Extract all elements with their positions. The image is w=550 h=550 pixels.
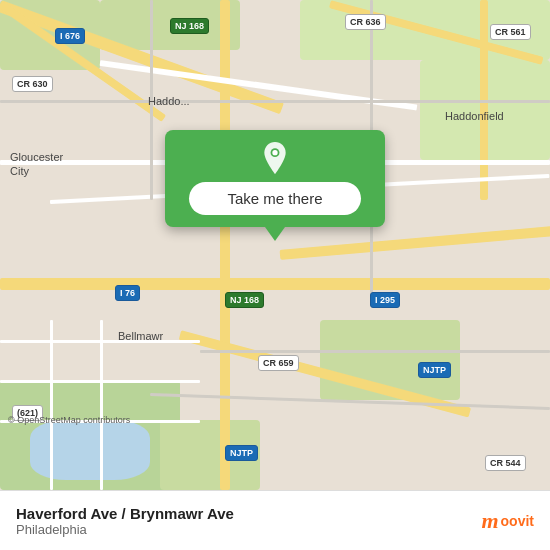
road-i76 [0, 278, 550, 290]
road-vert-2 [100, 320, 103, 490]
road-nj168 [220, 0, 230, 490]
shield-njtp: NJTP [418, 362, 451, 378]
location-info: Haverford Ave / Brynmawr Ave Philadelphi… [16, 505, 473, 537]
shield-i676: I 676 [55, 28, 85, 44]
moovit-logo: m oovit [481, 508, 534, 534]
label-bellmawr: Bellmawr [118, 330, 163, 342]
shield-cr630: CR 630 [12, 76, 53, 92]
location-popup: Take me there [165, 130, 385, 227]
location-pin-icon [259, 142, 291, 174]
shield-cr561: CR 561 [490, 24, 531, 40]
road-gray-1 [0, 100, 550, 103]
label-gloucester-city: GloucesterCity [10, 150, 63, 179]
map-container: I 676 NJ 168 CR 636 CR 561 CR 630 I 76 N… [0, 0, 550, 490]
shield-njtp2: NJTP [225, 445, 258, 461]
shield-nj168-top: NJ 168 [170, 18, 209, 34]
water-1 [30, 420, 150, 480]
copyright-text: © OpenStreetMap contributors [8, 415, 130, 425]
bottom-bar: Haverford Ave / Brynmawr Ave Philadelphi… [0, 490, 550, 550]
moovit-text: oovit [501, 513, 534, 529]
shield-cr544: CR 544 [485, 455, 526, 471]
shield-i76: I 76 [115, 285, 140, 301]
road-horiz-1 [0, 340, 200, 343]
moovit-m-letter: m [481, 508, 498, 534]
shield-cr659: CR 659 [258, 355, 299, 371]
label-haddo: Haddo... [148, 95, 190, 107]
shield-i295: I 295 [370, 292, 400, 308]
svg-point-1 [272, 150, 277, 155]
shield-cr636: CR 636 [345, 14, 386, 30]
road-gray-2 [200, 350, 550, 353]
shield-nj168-mid: NJ 168 [225, 292, 264, 308]
location-city: Philadelphia [16, 522, 473, 537]
take-me-there-button[interactable]: Take me there [189, 182, 361, 215]
label-haddonfield: Haddonfield [445, 110, 504, 122]
location-name: Haverford Ave / Brynmawr Ave [16, 505, 473, 522]
road-vert-1 [50, 320, 53, 490]
road-horiz-2 [0, 380, 200, 383]
